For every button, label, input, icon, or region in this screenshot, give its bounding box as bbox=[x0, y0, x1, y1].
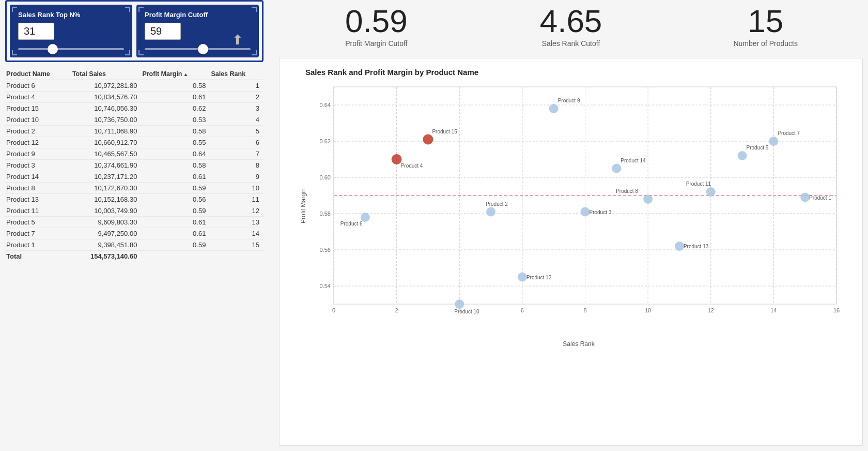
cell-profit-margin: 0.58 bbox=[141, 126, 210, 137]
svg-text:0.64: 0.64 bbox=[320, 102, 331, 108]
profit-margin-slider-title: Profit Margin Cutoff bbox=[145, 11, 251, 19]
sliders-container: Sales Rank Top N% 31 Profit Margin Cutof… bbox=[5, 0, 264, 62]
kpi-profit-margin: 0.59 Profit Margin Cutoff bbox=[279, 5, 474, 48]
table-row: Product 5 9,609,803.30 0.61 13 bbox=[5, 217, 264, 228]
cell-total-sales: 10,172,670.30 bbox=[71, 183, 142, 194]
cell-sales-rank: 13 bbox=[210, 217, 264, 228]
table-row: Product 12 10,660,912.70 0.55 6 bbox=[5, 137, 264, 148]
svg-text:8: 8 bbox=[583, 307, 586, 313]
sales-rank-value[interactable]: 31 bbox=[18, 23, 54, 40]
scatter-dot-product-7 bbox=[769, 137, 778, 146]
profit-margin-thumb[interactable] bbox=[198, 44, 208, 54]
svg-text:Product 15: Product 15 bbox=[432, 129, 457, 134]
cell-profit-margin: 0.64 bbox=[141, 148, 210, 160]
cell-sales-rank: 14 bbox=[210, 228, 264, 239]
cell-product-name: Product 11 bbox=[5, 205, 71, 217]
cell-product-name: Product 15 bbox=[5, 103, 71, 114]
sales-rank-slider-title: Sales Rank Top N% bbox=[18, 11, 124, 19]
cell-total-sales: 9,497,250.00 bbox=[71, 228, 142, 239]
sales-rank-slider-card: Sales Rank Top N% 31 bbox=[10, 5, 132, 57]
svg-text:0: 0 bbox=[332, 307, 335, 313]
profit-margin-track[interactable] bbox=[145, 48, 251, 50]
kpi-profit-margin-value: 0.59 bbox=[279, 5, 474, 37]
cell-total-sales: 10,834,576.70 bbox=[71, 92, 142, 103]
svg-text:2: 2 bbox=[395, 307, 398, 313]
svg-text:10: 10 bbox=[645, 307, 651, 313]
scatter-dot-product-3 bbox=[581, 207, 590, 217]
cell-product-name: Product 9 bbox=[5, 148, 71, 160]
table-row: Product 13 10,152,168.30 0.56 11 bbox=[5, 194, 264, 205]
scatter-dot-product-9 bbox=[549, 104, 559, 113]
cell-total-sales: 10,237,171.20 bbox=[71, 171, 142, 183]
table-row: Product 11 10,003,749.90 0.59 12 bbox=[5, 205, 264, 217]
svg-text:Product 2: Product 2 bbox=[486, 201, 508, 207]
total-label: Total bbox=[5, 251, 71, 262]
cell-sales-rank: 3 bbox=[210, 103, 264, 114]
col-total-sales[interactable]: Total Sales bbox=[71, 68, 142, 80]
scatter-dot-product-4 bbox=[392, 154, 402, 164]
cell-product-name: Product 6 bbox=[5, 80, 71, 92]
svg-text:Product 1: Product 1 bbox=[809, 195, 831, 201]
svg-text:Product 9: Product 9 bbox=[558, 98, 580, 103]
scatter-dot-product-8 bbox=[643, 194, 653, 204]
cell-profit-margin: 0.58 bbox=[141, 160, 210, 171]
svg-text:Product 10: Product 10 bbox=[454, 309, 479, 314]
svg-text:0.60: 0.60 bbox=[320, 174, 331, 181]
x-axis-label: Sales Rank bbox=[563, 340, 594, 348]
table-row: Product 6 10,972,281.80 0.58 1 bbox=[5, 80, 264, 92]
cell-profit-margin: 0.55 bbox=[141, 137, 210, 148]
kpi-row: 0.59 Profit Margin Cutoff 4.65 Sales Ran… bbox=[279, 5, 863, 48]
cell-profit-margin: 0.62 bbox=[141, 103, 210, 114]
svg-text:Product 14: Product 14 bbox=[621, 158, 646, 163]
cell-total-sales: 10,711,068.90 bbox=[71, 126, 142, 137]
col-profit-margin[interactable]: Profit Margin bbox=[141, 68, 210, 80]
cell-profit-margin: 0.61 bbox=[141, 228, 210, 239]
col-sales-rank[interactable]: Sales Rank bbox=[210, 68, 264, 80]
table-row: Product 15 10,746,056.30 0.62 3 bbox=[5, 103, 264, 114]
data-table: Product Name Total Sales Profit Margin S… bbox=[5, 68, 264, 262]
cell-total-sales: 9,398,451.80 bbox=[71, 239, 142, 251]
cell-product-name: Product 1 bbox=[5, 239, 71, 251]
svg-text:Product 3: Product 3 bbox=[590, 209, 612, 215]
svg-text:Product 8: Product 8 bbox=[616, 188, 638, 194]
cell-product-name: Product 8 bbox=[5, 183, 71, 194]
sales-rank-thumb[interactable] bbox=[48, 44, 58, 54]
cell-total-sales: 10,972,281.80 bbox=[71, 80, 142, 92]
svg-text:0.58: 0.58 bbox=[320, 211, 331, 217]
kpi-num-products-label: Number of Products bbox=[668, 39, 863, 48]
cell-product-name: Product 10 bbox=[5, 114, 71, 126]
cell-profit-margin: 0.58 bbox=[141, 80, 210, 92]
table-row: Product 8 10,172,670.30 0.59 10 bbox=[5, 183, 264, 194]
scatter-dot-product-13 bbox=[675, 242, 684, 251]
profit-margin-slider-card: Profit Margin Cutoff 59 ⬆ bbox=[136, 5, 259, 57]
kpi-num-products-value: 15 bbox=[668, 5, 863, 37]
cell-sales-rank: 8 bbox=[210, 160, 264, 171]
svg-text:Product 4: Product 4 bbox=[401, 163, 423, 169]
scatter-dot-product-5 bbox=[738, 151, 747, 160]
table-row: Product 9 10,465,567.50 0.64 7 bbox=[5, 148, 264, 160]
table-row: Product 4 10,834,576.70 0.61 2 bbox=[5, 92, 264, 103]
svg-text:0.62: 0.62 bbox=[320, 138, 331, 144]
cell-sales-rank: 7 bbox=[210, 148, 264, 160]
scatter-dot-product-2 bbox=[486, 207, 495, 217]
cell-profit-margin: 0.61 bbox=[141, 171, 210, 183]
cell-profit-margin: 0.61 bbox=[141, 92, 210, 103]
table-row: Product 1 9,398,451.80 0.59 15 bbox=[5, 239, 264, 251]
svg-text:6: 6 bbox=[521, 307, 524, 313]
sales-rank-track[interactable] bbox=[18, 48, 124, 50]
cursor-indicator: ⬆ bbox=[232, 32, 243, 48]
cell-total-sales: 10,152,168.30 bbox=[71, 194, 142, 205]
chart-container: Sales Rank and Profit Margin by Product … bbox=[279, 58, 863, 446]
y-axis-label: Profit Margin bbox=[300, 188, 307, 223]
profit-margin-value[interactable]: 59 bbox=[145, 23, 181, 40]
scatter-dot-product-15 bbox=[423, 134, 433, 145]
cell-sales-rank: 6 bbox=[210, 137, 264, 148]
cell-total-sales: 10,465,567.50 bbox=[71, 148, 142, 160]
cell-total-sales: 10,746,056.30 bbox=[71, 103, 142, 114]
cell-profit-margin: 0.56 bbox=[141, 194, 210, 205]
col-product-name[interactable]: Product Name bbox=[5, 68, 71, 80]
table-row: Product 7 9,497,250.00 0.61 14 bbox=[5, 228, 264, 239]
cell-profit-margin: 0.61 bbox=[141, 217, 210, 228]
cell-total-sales: 9,609,803.30 bbox=[71, 217, 142, 228]
cell-sales-rank: 11 bbox=[210, 194, 264, 205]
